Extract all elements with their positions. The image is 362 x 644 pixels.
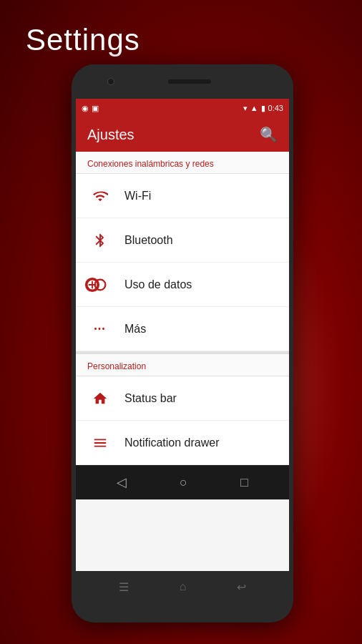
statusbar-icon [87, 391, 113, 406]
phone-camera [107, 78, 114, 85]
phone-speaker [168, 79, 211, 84]
phone-device: ◉ ▣ ▾ ▲ ▮ 0:43 Ajustes 🔍 Conexion [72, 64, 293, 623]
status-bar: ◉ ▣ ▾ ▲ ▮ 0:43 [76, 99, 289, 117]
image-status-icon: ▣ [92, 104, 99, 113]
app-bar-title: Ajustes [87, 127, 134, 143]
bluetooth-label: Bluetooth [124, 234, 173, 247]
bottom-home-icon: ⌂ [180, 580, 187, 593]
statusbar-label: Status bar [124, 392, 177, 405]
settings-item-more[interactable]: ••• Más [76, 307, 289, 351]
section-header-personalization: Personalization [76, 351, 289, 376]
phone-screen: ◉ ▣ ▾ ▲ ▮ 0:43 Ajustes 🔍 Conexion [76, 99, 289, 571]
status-bar-right: ▾ ▲ ▮ 0:43 [243, 104, 283, 113]
settings-item-notificationdrawer[interactable]: Notification drawer [76, 421, 289, 465]
bottom-menu-icon: ☰ [119, 580, 129, 594]
data-usage-icon [87, 277, 113, 293]
phone-body: ◉ ▣ ▾ ▲ ▮ 0:43 Ajustes 🔍 Conexion [72, 64, 293, 623]
status-time: 0:43 [268, 104, 283, 112]
wifi-label: Wi-Fi [124, 190, 151, 203]
notification-drawer-icon [87, 435, 113, 451]
wifi-status-icon: ▾ [243, 104, 248, 113]
more-label: Más [124, 323, 146, 336]
bluetooth-icon [87, 233, 113, 248]
navigation-bar: ◁ ○ □ [76, 465, 289, 499]
section-header-wireless: Conexiones inalámbricas y redes [76, 152, 289, 174]
battery-status-icon: ▮ [261, 104, 265, 113]
notification-drawer-label: Notification drawer [124, 436, 220, 449]
settings-list: Conexiones inalámbricas y redes Wi-Fi [76, 152, 289, 465]
app-bar: Ajustes 🔍 [76, 117, 289, 152]
settings-item-statusbar[interactable]: Status bar [76, 376, 289, 421]
phone-top-hardware [72, 64, 293, 99]
settings-item-bluetooth[interactable]: Bluetooth [76, 218, 289, 263]
more-icon: ••• [87, 325, 113, 333]
settings-item-data[interactable]: Uso de datos [76, 263, 289, 307]
search-button[interactable]: 🔍 [260, 126, 278, 143]
page-title: Settings [26, 23, 140, 57]
back-nav-icon[interactable]: ◁ [117, 474, 127, 490]
bottom-back-icon: ↩ [237, 580, 246, 594]
recents-nav-icon[interactable]: □ [240, 475, 248, 490]
signal-status-icon: ▲ [250, 104, 258, 112]
status-bar-left: ◉ ▣ [82, 104, 99, 113]
settings-item-wifi[interactable]: Wi-Fi [76, 174, 289, 218]
wifi-icon [87, 188, 113, 204]
whatsapp-status-icon: ◉ [82, 104, 89, 113]
phone-bottom-hardware: ☰ ⌂ ↩ [72, 571, 293, 602]
home-nav-icon[interactable]: ○ [180, 475, 187, 490]
data-usage-label: Uso de datos [124, 278, 192, 291]
